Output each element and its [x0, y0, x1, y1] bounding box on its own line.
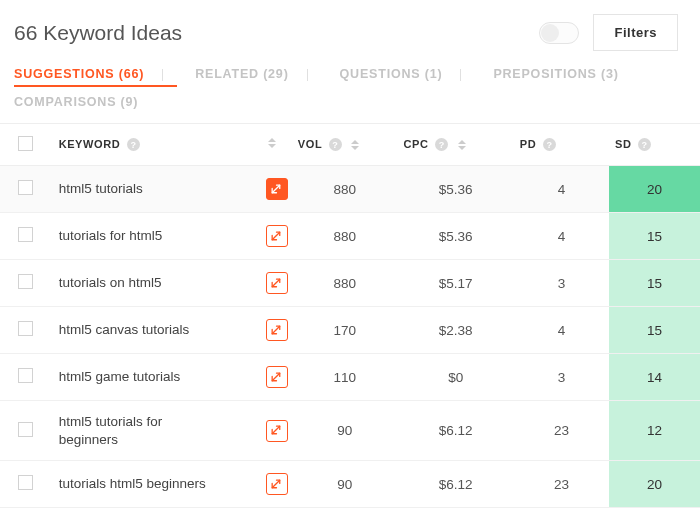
- cell-pd: 23: [514, 461, 609, 508]
- header: 66 Keyword Ideas Filters: [0, 0, 700, 61]
- cell-vol: 170: [292, 307, 398, 354]
- cell-checkbox: [0, 260, 49, 307]
- open-link-icon[interactable]: [266, 473, 288, 495]
- cell-vol: 880: [292, 213, 398, 260]
- table-row[interactable]: tutorials for html5880$5.36415: [0, 213, 700, 260]
- cell-pd: 4: [514, 213, 609, 260]
- cell-keyword: html5 tutorials for beginners: [49, 401, 292, 461]
- cell-checkbox: [0, 401, 49, 461]
- cell-vol: 880: [292, 166, 398, 213]
- cell-checkbox: [0, 213, 49, 260]
- keyword-table: KEYWORD ? VOL ? CPC ? PD ? SD ?: [0, 123, 700, 508]
- header-controls: Filters: [539, 14, 678, 51]
- cell-vol: 110: [292, 354, 398, 401]
- keyword-text: tutorials html5 beginners: [59, 475, 206, 493]
- tab-comparisons[interactable]: COMPARISONS (9): [14, 89, 152, 115]
- keyword-text: html5 tutorials for beginners: [59, 413, 224, 448]
- open-link-icon[interactable]: [266, 225, 288, 247]
- table-body: html5 tutorials880$5.36420tutorials for …: [0, 166, 700, 508]
- info-icon: ?: [435, 138, 448, 151]
- keyword-text: html5 game tutorials: [59, 368, 181, 386]
- toggle-knob: [541, 24, 559, 42]
- select-all-checkbox[interactable]: [18, 136, 33, 151]
- cell-sd: 14: [609, 354, 700, 401]
- col-header-pd[interactable]: PD ?: [514, 124, 609, 166]
- sort-icon[interactable]: [351, 140, 359, 150]
- keyword-text: tutorials on html5: [59, 274, 162, 292]
- row-checkbox[interactable]: [18, 321, 33, 336]
- cell-cpc: $2.38: [398, 307, 514, 354]
- col-label: KEYWORD: [59, 138, 121, 150]
- cell-keyword: tutorials for html5: [49, 213, 292, 260]
- open-link-icon[interactable]: [266, 272, 288, 294]
- sort-icon[interactable]: [458, 140, 466, 150]
- info-icon: ?: [127, 138, 140, 151]
- cell-sd: 20: [609, 461, 700, 508]
- row-checkbox[interactable]: [18, 227, 33, 242]
- cell-keyword: html5 tutorials: [49, 166, 292, 213]
- col-header-keyword[interactable]: KEYWORD ?: [49, 124, 292, 166]
- cell-vol: 90: [292, 401, 398, 461]
- col-label: CPC: [404, 138, 429, 150]
- table-row[interactable]: html5 game tutorials110$0314: [0, 354, 700, 401]
- keyword-text: tutorials for html5: [59, 227, 163, 245]
- cell-pd: 23: [514, 401, 609, 461]
- cell-checkbox: [0, 461, 49, 508]
- cell-keyword: html5 canvas tutorials: [49, 307, 292, 354]
- cell-keyword: html5 game tutorials: [49, 354, 292, 401]
- cell-sd: 12: [609, 401, 700, 461]
- row-checkbox[interactable]: [18, 475, 33, 490]
- tab-suggestions[interactable]: SUGGESTIONS (66): [14, 61, 177, 87]
- page-title: 66 Keyword Ideas: [14, 21, 182, 45]
- cell-pd: 4: [514, 307, 609, 354]
- table-row[interactable]: tutorials html5 beginners90$6.122320: [0, 461, 700, 508]
- cell-cpc: $5.36: [398, 166, 514, 213]
- info-icon: ?: [638, 138, 651, 151]
- cell-cpc: $5.17: [398, 260, 514, 307]
- col-label: PD: [520, 138, 536, 150]
- row-checkbox[interactable]: [18, 368, 33, 383]
- table-row[interactable]: html5 canvas tutorials170$2.38415: [0, 307, 700, 354]
- col-header-sd[interactable]: SD ?: [609, 124, 700, 166]
- cell-pd: 3: [514, 354, 609, 401]
- table-header-row: KEYWORD ? VOL ? CPC ? PD ? SD ?: [0, 124, 700, 166]
- tabs-row-1: SUGGESTIONS (66)RELATED (29)QUESTIONS (1…: [0, 61, 700, 87]
- col-label: VOL: [298, 138, 322, 150]
- table-row[interactable]: html5 tutorials880$5.36420: [0, 166, 700, 213]
- tab-prepositions[interactable]: PREPOSITIONS (3): [493, 61, 632, 87]
- open-link-icon[interactable]: [266, 366, 288, 388]
- cell-cpc: $6.12: [398, 461, 514, 508]
- tab-related[interactable]: RELATED (29): [195, 61, 321, 87]
- cell-pd: 3: [514, 260, 609, 307]
- col-header-vol[interactable]: VOL ?: [292, 124, 398, 166]
- cell-checkbox: [0, 354, 49, 401]
- row-checkbox[interactable]: [18, 274, 33, 289]
- tabs-row-2: COMPARISONS (9): [0, 87, 700, 123]
- cell-keyword: tutorials html5 beginners: [49, 461, 292, 508]
- tab-separator: [307, 69, 308, 81]
- table-row[interactable]: html5 tutorials for beginners90$6.122312: [0, 401, 700, 461]
- tab-separator: [460, 69, 461, 81]
- row-checkbox[interactable]: [18, 422, 33, 437]
- cell-sd: 15: [609, 260, 700, 307]
- cell-sd: 15: [609, 307, 700, 354]
- table-row[interactable]: tutorials on html5880$5.17315: [0, 260, 700, 307]
- cell-checkbox: [0, 307, 49, 354]
- col-label: SD: [615, 138, 631, 150]
- open-link-icon[interactable]: [266, 420, 288, 442]
- cell-vol: 90: [292, 461, 398, 508]
- open-link-icon[interactable]: [266, 178, 288, 200]
- filters-button[interactable]: Filters: [593, 14, 678, 51]
- tab-questions[interactable]: QUESTIONS (1): [340, 61, 476, 87]
- row-checkbox[interactable]: [18, 180, 33, 195]
- info-icon: ?: [329, 138, 342, 151]
- col-header-cpc[interactable]: CPC ?: [398, 124, 514, 166]
- cell-cpc: $5.36: [398, 213, 514, 260]
- sort-icon[interactable]: [268, 138, 276, 148]
- view-toggle[interactable]: [539, 22, 579, 44]
- cell-cpc: $6.12: [398, 401, 514, 461]
- cell-checkbox: [0, 166, 49, 213]
- cell-pd: 4: [514, 166, 609, 213]
- cell-sd: 15: [609, 213, 700, 260]
- open-link-icon[interactable]: [266, 319, 288, 341]
